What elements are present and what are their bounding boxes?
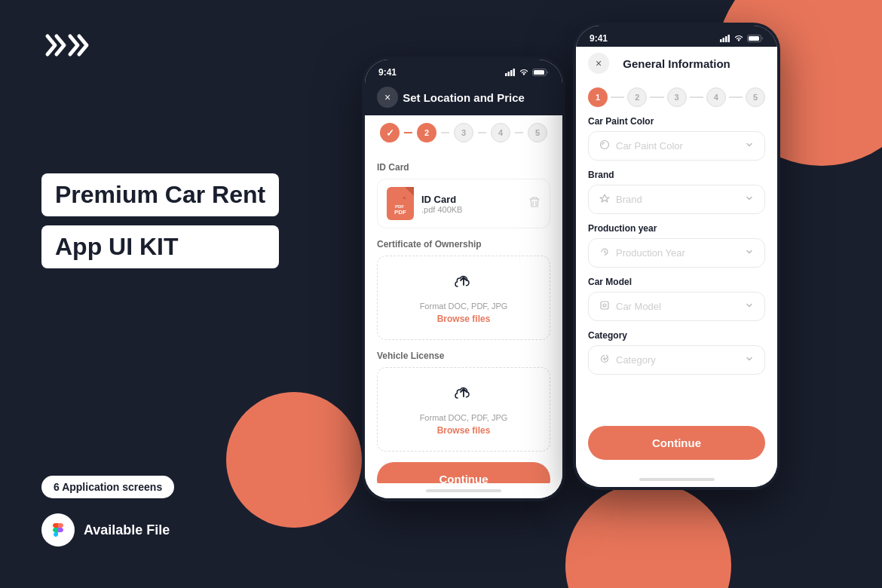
- vehicle-upload-area[interactable]: Format DOC, PDF, JPG Browse files: [377, 367, 550, 452]
- field-label-brand: Brand: [588, 170, 765, 180]
- status-bar-left: 9:41: [365, 60, 562, 81]
- svg-text:PDF: PDF: [395, 204, 404, 209]
- phone-right-content: Car Paint Color Car Paint Color: [576, 116, 777, 472]
- battery-icon-right: [747, 35, 764, 42]
- field-select-model[interactable]: Car Model: [588, 292, 765, 321]
- step-line-3: [478, 132, 486, 133]
- file-delete-button[interactable]: [528, 196, 541, 211]
- step-5-left: 5: [528, 123, 547, 142]
- id-card-section-label: ID Card: [377, 162, 550, 173]
- field-placeholder-year: Production Year: [616, 247, 739, 259]
- brand-icon: [599, 193, 610, 206]
- field-label-model: Car Model: [588, 277, 765, 287]
- model-icon: [599, 300, 610, 313]
- logo-svg: [41, 30, 109, 60]
- svg-rect-1: [508, 72, 510, 76]
- step-line-r1: [611, 96, 624, 98]
- status-time-right: 9:41: [590, 33, 608, 44]
- step-3-right: 3: [667, 87, 687, 107]
- vehicle-browse-link[interactable]: Browse files: [390, 425, 537, 436]
- phone-right: 9:41: [573, 23, 780, 490]
- vehicle-upload-formats: Format DOC, PDF, JPG: [390, 413, 537, 422]
- file-details: ID Card .pdf 400KB: [421, 194, 521, 214]
- certificate-browse-link[interactable]: Browse files: [390, 314, 537, 324]
- phones-container: 9:41: [339, 0, 882, 588]
- home-bar-left: [426, 489, 501, 492]
- step-line-r4: [729, 96, 743, 98]
- pdf-icon: PDF: [387, 187, 414, 220]
- signal-icon: [505, 69, 516, 76]
- year-icon: [599, 247, 610, 259]
- available-text: Available File: [84, 522, 170, 538]
- home-indicator-left: [365, 483, 562, 498]
- step-1-right: 1: [588, 87, 608, 107]
- status-icons-left: [505, 69, 549, 76]
- svg-point-15: [601, 141, 609, 149]
- svg-rect-10: [723, 38, 725, 42]
- field-label-year: Production year: [588, 223, 765, 234]
- certificate-upload-formats: Format DOC, PDF, JPG: [390, 302, 537, 311]
- step-4-left: 4: [491, 123, 510, 142]
- available-file: Available File: [41, 513, 174, 547]
- file-name: ID Card: [421, 194, 521, 205]
- progress-steps-left: ✓ 2 3 4 5: [365, 115, 562, 152]
- step-line-r3: [690, 96, 703, 98]
- phone-header-left: × Set Location and Price: [365, 81, 562, 115]
- step-5-right: 5: [746, 87, 765, 107]
- certificate-upload-area[interactable]: Format DOC, PDF, JPG Browse files: [377, 256, 550, 340]
- field-label-paint: Car Paint Color: [588, 116, 765, 127]
- status-icons-right: [720, 35, 764, 42]
- phone-left: 9:41: [362, 57, 565, 501]
- svg-marker-8: [403, 196, 406, 199]
- close-button-right[interactable]: ×: [588, 53, 609, 74]
- step-line-1: [404, 132, 412, 133]
- status-bar-right: 9:41: [576, 26, 777, 47]
- pdf-file-icon: PDF: [393, 195, 408, 212]
- continue-button-left[interactable]: Continue: [377, 462, 550, 483]
- signal-icon-right: [720, 35, 730, 42]
- phone-left-screen: 9:41: [365, 60, 562, 498]
- step-3-left: 3: [454, 123, 473, 142]
- field-placeholder-category: Category: [616, 354, 739, 366]
- field-placeholder-paint: Car Paint Color: [616, 140, 739, 152]
- upload-icon-2: [390, 383, 537, 409]
- wifi-icon: [519, 69, 529, 76]
- step-line-r2: [650, 96, 663, 98]
- field-category: Category Category: [588, 330, 765, 375]
- field-car-model: Car Model Car Model: [588, 277, 765, 321]
- field-select-year[interactable]: Production Year: [588, 238, 765, 268]
- status-time-left: 9:41: [378, 67, 397, 78]
- field-select-paint[interactable]: Car Paint Color: [588, 131, 765, 161]
- field-select-brand[interactable]: Brand: [588, 185, 765, 214]
- svg-rect-12: [728, 35, 730, 42]
- bottom-labels: 6 Application screens Available File: [41, 476, 174, 547]
- screens-badge: 6 Application screens: [41, 476, 174, 498]
- header-title-right: General Information: [609, 57, 744, 70]
- svg-rect-2: [510, 70, 513, 76]
- step-line-2: [441, 132, 449, 133]
- phone-header-right: × General Information: [576, 47, 777, 81]
- wifi-icon-right: [733, 35, 744, 42]
- field-car-paint-color: Car Paint Color Car Paint Color: [588, 116, 765, 161]
- continue-button-right[interactable]: Continue: [588, 426, 765, 460]
- headline-area: Premium Car Rent App UI KIT: [41, 173, 279, 277]
- category-icon: [599, 354, 610, 366]
- field-placeholder-model: Car Model: [616, 301, 739, 312]
- step-1-left: ✓: [380, 123, 400, 142]
- field-select-category[interactable]: Category: [588, 345, 765, 375]
- field-brand: Brand Brand: [588, 170, 765, 214]
- close-button-left[interactable]: ×: [377, 87, 398, 108]
- home-bar-right: [639, 478, 715, 481]
- step-2-right: 2: [627, 87, 647, 107]
- headline-box-2: App UI KIT: [41, 225, 279, 268]
- svg-rect-11: [725, 36, 727, 42]
- paint-icon: [599, 139, 610, 152]
- figma-icon: [41, 513, 75, 547]
- svg-rect-5: [534, 70, 544, 75]
- file-item-id-card: PDF ID Card .pdf 400KB: [377, 179, 550, 228]
- chevron-model: [745, 301, 754, 312]
- chevron-category: [745, 354, 754, 366]
- field-label-category: Category: [588, 330, 765, 341]
- home-indicator-right: [576, 472, 777, 487]
- phone-content-left: ID Card PDF ID Card .pdf 400KB: [365, 152, 562, 483]
